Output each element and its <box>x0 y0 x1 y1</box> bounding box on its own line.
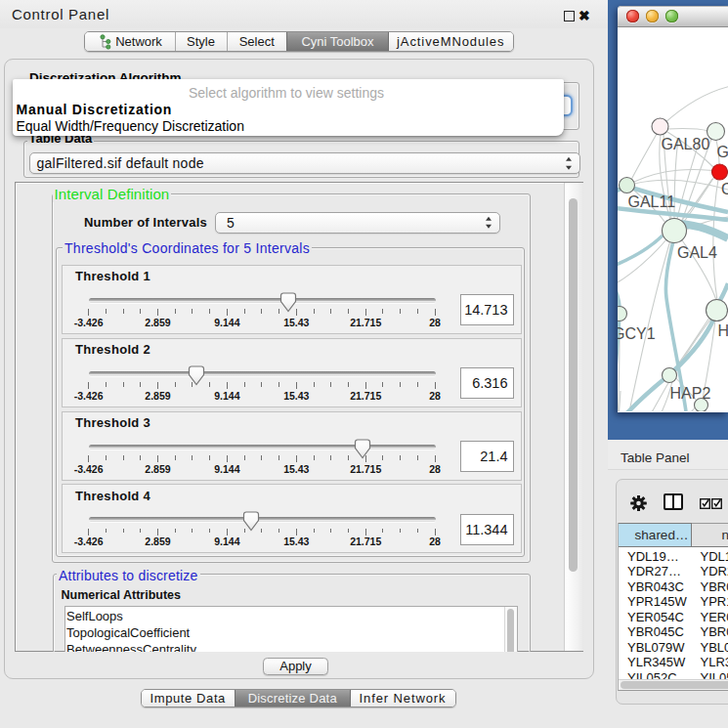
svg-text:HI: HI <box>718 322 728 339</box>
svg-text:GCY1: GCY1 <box>618 325 656 342</box>
svg-text:HAP2: HAP2 <box>670 385 711 402</box>
svg-text:GAL11: GAL11 <box>628 193 676 210</box>
svg-text:GA: GA <box>717 144 728 160</box>
svg-text:GAL4: GAL4 <box>677 244 717 261</box>
svg-text:C: C <box>721 181 728 197</box>
svg-text:GAL80: GAL80 <box>662 136 710 152</box>
